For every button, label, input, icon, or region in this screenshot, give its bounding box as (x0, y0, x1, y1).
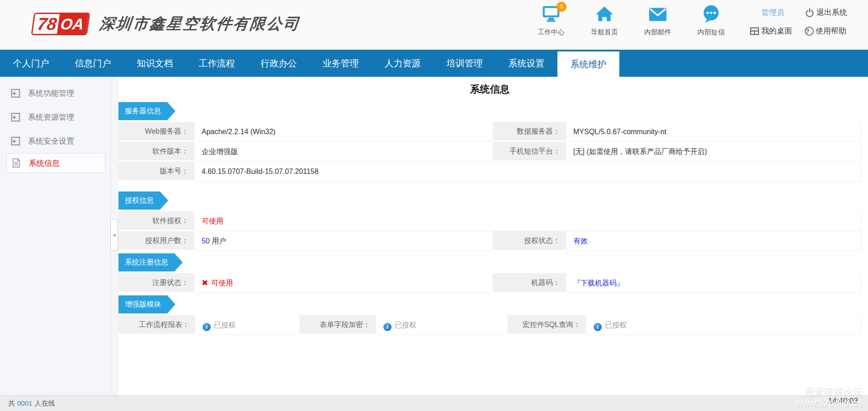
sidebar-item-system-resource-mgmt[interactable]: + 系统资源管理 (0, 105, 118, 129)
chevron-left-icon: ◂ (113, 232, 115, 238)
quick-link-nav-home[interactable]: 导航首页 (582, 4, 627, 37)
sidebar-item-label: 系统功能管理 (28, 88, 74, 98)
field-label: 授权用户数： (118, 231, 194, 251)
table-row: 软件授权： 可使用 (118, 211, 861, 231)
field-label: 注册状态： (118, 273, 194, 293)
desktop-grid-icon (750, 26, 760, 36)
register-status-cell: ✖可使用 (194, 273, 493, 293)
sidebar-collapse-handle[interactable]: ◂ (110, 219, 118, 251)
field-label: 软件版本： (118, 142, 194, 162)
field-label: 表单字段加密： (299, 315, 376, 335)
company-name: 深圳市鑫星空软件有限公司 (99, 14, 302, 34)
help-label: 使用帮助 (816, 26, 846, 36)
field-label: 软件授权： (118, 211, 194, 231)
auth-state-link[interactable]: 有效 (573, 237, 588, 245)
machine-code-cell: 『下载机器码』 (566, 273, 861, 293)
table-row: 版本号： 4.60.15.0707-Build-15.07.07.201158 (118, 162, 861, 182)
nav-tab-admin-office[interactable]: 行政办公 (248, 50, 310, 77)
licensed-user-unit: 用户 (210, 237, 226, 245)
registration-info-table: 注册状态： ✖可使用 机器码： 『下载机器码』 (118, 273, 861, 293)
page-title: 系统信息 (118, 83, 861, 96)
nav-tab-business-mgmt[interactable]: 业务管理 (310, 50, 372, 77)
expand-plus-icon[interactable]: + (11, 89, 20, 98)
brand-area: 78 OA 深圳市鑫星空软件有限公司 (33, 13, 300, 35)
quick-link-internal-mail[interactable]: 内部邮件 (635, 4, 680, 37)
nav-tab-personal-portal[interactable]: 个人门户 (0, 50, 62, 77)
quick-link-internal-sms[interactable]: 内部短信 (689, 4, 734, 37)
field-label: 手机短信平台： (493, 142, 566, 162)
work-center-badge: 0 (557, 2, 566, 12)
admin-user-link[interactable]: 管理员 (750, 7, 805, 18)
help-button[interactable]: ? 使用帮助 (805, 26, 860, 36)
section-ribbon-enhanced-modules: 增强版模块 (118, 295, 175, 313)
header-quick-links: 0 工作中心 导航首页 内部邮件 (524, 4, 738, 37)
quick-link-label: 内部短信 (689, 28, 734, 37)
x-mark-icon: ✖ (202, 279, 208, 287)
quick-link-label: 工作中心 (528, 28, 574, 37)
module-status-cell: i已授权 (376, 315, 507, 335)
auth-state-cell: 有效 (566, 231, 861, 251)
license-status-value: 可使用 (194, 211, 493, 231)
quick-link-label: 导航首页 (582, 28, 627, 37)
power-icon (805, 8, 815, 18)
sidebar-item-label: 系统资源管理 (28, 112, 74, 122)
sidebar-item-label: 系统信息 (29, 158, 60, 168)
top-header: 78 OA 深圳市鑫星空软件有限公司 0 工作中心 (0, 0, 868, 50)
download-machine-code-link[interactable]: 『下载机器码』 (573, 279, 624, 287)
field-value: [无] (如需使用，请联系产品厂商给予开启) (566, 142, 861, 162)
main-nav: 个人门户 信息门户 知识文档 工作流程 行政办公 业务管理 人力资源 培训管理 … (0, 50, 868, 77)
field-value: MYSQL/5.0.67-community-nt (566, 122, 861, 142)
table-row: 注册状态： ✖可使用 机器码： 『下载机器码』 (118, 273, 861, 293)
header-user-links: 管理员 退出系统 我的桌面 ? 使用帮助 (750, 7, 860, 36)
nav-tab-training-mgmt[interactable]: 培训管理 (434, 50, 495, 77)
sidebar-item-system-security[interactable]: + 系统安全设置 (0, 129, 118, 153)
section-ribbon-license-info: 授权信息 (118, 191, 168, 210)
expand-plus-icon[interactable]: + (11, 113, 20, 121)
nav-tab-hr[interactable]: 人力资源 (372, 50, 434, 77)
clock: 14:40:03 (828, 393, 858, 408)
sidebar-item-system-info[interactable]: 系统信息 (6, 153, 105, 173)
online-prefix: 共 (8, 399, 15, 407)
quick-link-label: 内部邮件 (635, 28, 680, 37)
question-icon: ? (805, 27, 814, 36)
field-label: 宏控件SQL查询： (507, 315, 586, 335)
nav-tab-system-settings[interactable]: 系统设置 (495, 50, 557, 77)
module-status-text: 已授权 (395, 321, 416, 329)
module-status-text: 已授权 (605, 321, 627, 329)
empty-cell (493, 162, 861, 182)
info-icon: i (203, 323, 211, 331)
my-desktop-label: 我的桌面 (761, 26, 792, 36)
logo-text-78: 78 (33, 14, 60, 34)
logo-text-oa: OA (57, 14, 89, 34)
table-row: 软件版本： 企业增强版 手机短信平台： [无] (如需使用，请联系产品厂商给予开… (118, 142, 861, 162)
field-label: 数据服务器： (493, 122, 566, 142)
expand-plus-icon[interactable]: + (11, 137, 20, 145)
section-ribbon-registration-info: 系统注册信息 (118, 253, 183, 271)
module-status-text: 已授权 (214, 321, 236, 329)
online-count: 0001 (17, 399, 32, 407)
field-value: 企业增强版 (194, 142, 493, 162)
table-row: 工作流程报表： i已授权 表单字段加密： i已授权 宏控件SQL查询： i已授权 (118, 315, 861, 335)
license-info-table: 软件授权： 可使用 授权用户数： 50 用户 授权状态： 有效 (118, 211, 861, 251)
empty-cell (493, 211, 861, 231)
sidebar-item-system-function-mgmt[interactable]: + 系统功能管理 (0, 81, 118, 105)
my-desktop-button[interactable]: 我的桌面 (750, 26, 805, 36)
nav-tab-knowledge-docs[interactable]: 知识文档 (124, 50, 186, 77)
logout-label: 退出系统 (816, 7, 847, 18)
nav-tab-workflow[interactable]: 工作流程 (186, 50, 248, 77)
sidebar: + 系统功能管理 + 系统资源管理 + 系统安全设置 系统信息 (0, 77, 118, 395)
field-label: 机器码： (493, 273, 566, 293)
logout-button[interactable]: 退出系统 (805, 7, 860, 18)
table-row: Web服务器： Apache/2.2.14 (Win32) 数据服务器： MYS… (118, 122, 861, 142)
main-content: 系统信息 服务器信息 Web服务器： Apache/2.2.14 (Win32)… (118, 77, 868, 395)
home-icon (594, 5, 614, 25)
field-label: 版本号： (118, 162, 194, 182)
field-label: 授权状态： (493, 231, 566, 251)
app-window: 78 OA 深圳市鑫星空软件有限公司 0 工作中心 (0, 0, 868, 411)
quick-link-work-center[interactable]: 0 工作中心 (528, 4, 574, 37)
document-icon (12, 158, 21, 168)
nav-tab-info-portal[interactable]: 信息门户 (62, 50, 124, 77)
licensed-users-value: 50 用户 (194, 231, 493, 251)
info-icon: i (594, 323, 602, 331)
register-status-text: 可使用 (211, 279, 233, 287)
